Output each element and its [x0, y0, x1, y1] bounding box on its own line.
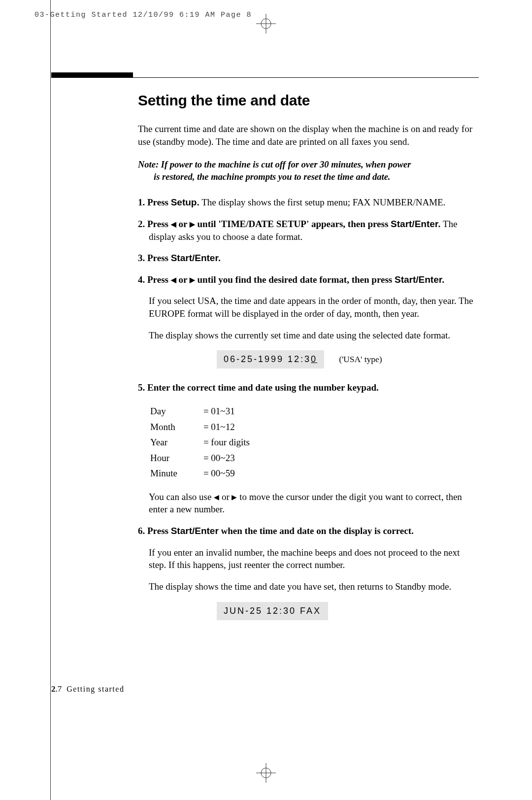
lcd1-cursor-digit: 0	[311, 354, 317, 364]
step1-prefix: 1. Press	[138, 197, 171, 207]
step-2: 2. Press ◀ or ▶ until 'TIME/DATE SETUP' …	[138, 218, 479, 243]
lcd1-main: 06-25-1999 12:3	[224, 354, 311, 364]
value-ranges-table: Day= 01~31 Month= 01~12 Year= four digit…	[149, 403, 275, 482]
intro-paragraph: The current time and date are shown on t…	[138, 123, 479, 148]
range-month-value: = 01~12	[203, 420, 274, 434]
step6-body2: The display shows the time and date you …	[149, 580, 479, 593]
start-enter-label: Start/Enter.	[391, 219, 440, 229]
step6-prefix: 6. Press	[138, 526, 171, 536]
lcd1-type-label: ('USA' type)	[339, 354, 382, 364]
registration-mark-bottom	[256, 763, 276, 783]
lcd-display-1: 06-25-1999 12:30	[217, 350, 324, 368]
step1-rest: The display shows the first setup menu; …	[200, 197, 446, 207]
step2-after: until 'TIME/DATE SETUP' appears, then pr…	[195, 219, 391, 229]
step-3: 3. Press Start/Enter.	[138, 252, 479, 265]
lcd-display-2-row: JUN-25 12:30 FAX	[138, 602, 479, 620]
footer-label: Getting started	[66, 685, 124, 693]
right-arrow-icon: ▶	[190, 221, 195, 228]
step-1: 1. Press Setup. The display shows the fi…	[138, 196, 479, 209]
note-paragraph: Note: If power to the machine is cut off…	[138, 159, 479, 183]
step-5: 5. Enter the correct time and date using…	[138, 381, 479, 394]
range-hour-label: Hour	[150, 451, 202, 466]
range-month-label: Month	[150, 420, 202, 434]
range-year-value: = four digits	[203, 435, 274, 450]
lcd-display-1-row: 06-25-1999 12:30('USA' type)	[138, 350, 479, 368]
step5-body: You can also use ◀ or ▶ to move the curs…	[149, 491, 479, 516]
note-line1: Note: If power to the machine is cut off…	[138, 160, 411, 169]
range-year-label: Year	[150, 435, 202, 450]
range-minute-label: Minute	[150, 466, 202, 481]
page-content: Setting the time and date The current ti…	[138, 86, 479, 626]
setup-button-label: Setup.	[171, 197, 200, 207]
page-footer: 2.7Getting started	[51, 684, 124, 694]
start-enter-label-6: Start/Enter	[171, 526, 219, 536]
crop-mark-header: 03-Getting Started 12/10/99 6:19 AM Page…	[34, 11, 252, 19]
right-arrow-icon: ▶	[190, 276, 195, 284]
start-enter-label-3: Start/Enter.	[171, 253, 221, 263]
step-6: 6. Press Start/Enter when the time and d…	[138, 525, 479, 537]
start-enter-label-4: Start/Enter.	[395, 274, 444, 285]
registration-mark-top	[256, 14, 276, 33]
step4-mid: or	[176, 274, 190, 285]
step2-prefix: 2. Press	[138, 219, 171, 229]
step4-prefix: 4. Press	[138, 274, 171, 285]
step-4: 4. Press ◀ or ▶ until you find the desir…	[138, 273, 479, 286]
step2-mid: or	[176, 219, 190, 229]
step4-body1: If you select USA, the time and date app…	[149, 295, 479, 320]
step6-body1: If you enter an invalid number, the mach…	[149, 546, 479, 571]
range-hour-value: = 00~23	[203, 451, 274, 466]
page-sub: .7	[56, 684, 62, 694]
range-day-label: Day	[150, 404, 202, 419]
header-bar-thick	[51, 72, 133, 77]
step4-body2: The display shows the currently set time…	[149, 329, 479, 342]
range-day-value: = 01~31	[203, 404, 274, 419]
left-arrow-icon: ◀	[171, 221, 176, 228]
note-line2: is restored, the machine prompts you to …	[138, 171, 479, 183]
left-margin-rule	[50, 0, 51, 800]
chapter-number: 2	[51, 684, 56, 694]
right-arrow-icon: ▶	[232, 494, 237, 501]
step5-body-a: You can also use	[149, 492, 214, 502]
section-heading: Setting the time and date	[138, 92, 479, 109]
step5-body-mid: or	[219, 492, 232, 502]
left-arrow-icon: ◀	[171, 276, 176, 284]
left-arrow-icon: ◀	[214, 494, 219, 501]
step6-after: when the time and date on the display is…	[219, 526, 414, 536]
lcd-display-2: JUN-25 12:30 FAX	[217, 602, 328, 620]
range-minute-value: = 00~59	[203, 466, 274, 481]
header-rule	[51, 77, 479, 78]
step4-after: until you find the desired date format, …	[195, 274, 395, 285]
step3-prefix: 3. Press	[138, 253, 171, 263]
